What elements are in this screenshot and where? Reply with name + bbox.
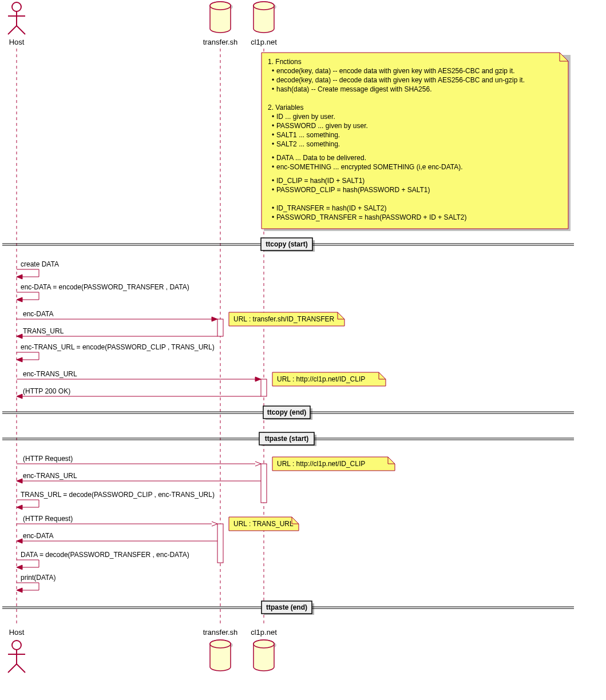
svg-point-82 <box>12 641 21 650</box>
msg-trans-url: TRANS_URL <box>23 327 64 335</box>
svg-text:URL : transfer.sh/ID_TRANSFER: URL : transfer.sh/ID_TRANSFER <box>233 315 335 323</box>
svg-marker-70 <box>17 505 22 510</box>
db-transfer-top: transfer.sh <box>203 2 238 46</box>
svg-marker-55 <box>17 394 22 399</box>
svg-point-88 <box>210 640 231 648</box>
svg-marker-43 <box>17 275 22 279</box>
svg-line-85 <box>8 664 17 673</box>
svg-point-0 <box>12 2 21 11</box>
svg-text:PASSWORD ... given by user.: PASSWORD ... given by user. <box>276 122 368 130</box>
svg-line-3 <box>8 26 17 34</box>
db-cl1p-bottom: cl1p.net <box>251 628 277 671</box>
svg-text:enc-SOMETHING ... encrypted SO: enc-SOMETHING ... encrypted SOMETHING (i… <box>276 163 463 171</box>
activation-transfer-2 <box>217 524 223 563</box>
cl1p-label-top: cl1p.net <box>251 38 277 46</box>
svg-text:•: • <box>272 76 274 84</box>
note-url-cl1p-1: URL : http://cl1p.net/ID_CLIP <box>272 372 386 386</box>
svg-text:ttpaste (end): ttpaste (end) <box>266 603 307 611</box>
svg-text:•: • <box>272 204 274 212</box>
transfer-label-bottom: transfer.sh <box>203 628 238 637</box>
activation-cl1p-2 <box>261 464 267 503</box>
svg-point-6 <box>210 2 231 10</box>
msg-transurl-decode: TRANS_URL = decode(PASSWORD_CLIP , enc-T… <box>21 491 215 499</box>
divider-ttcopy-end: ttcopy (end) <box>2 406 574 420</box>
cl1p-label-bottom: cl1p.net <box>251 628 277 637</box>
msg-http-req-1: (HTTP Request) <box>23 455 73 463</box>
svg-text:URL : http://cl1p.net/ID_CLIP: URL : http://cl1p.net/ID_CLIP <box>277 375 365 383</box>
note-url-cl1p-2: URL : http://cl1p.net/ID_CLIP <box>272 457 395 471</box>
note-url-trans: URL : TRANS_URL <box>229 517 299 531</box>
divider-ttpaste-end: ttpaste (end) <box>2 601 574 615</box>
host-label-top: Host <box>9 38 25 46</box>
svg-text:hash(data) -- Create message d: hash(data) -- Create message digest with… <box>276 85 431 93</box>
svg-point-8 <box>254 2 274 10</box>
svg-text:ID_CLIP = hash(ID + SALT1): ID_CLIP = hash(ID + SALT1) <box>276 177 365 185</box>
activation-cl1p-1 <box>261 379 267 396</box>
svg-text:2. Variables: 2. Variables <box>268 104 303 112</box>
svg-text:•: • <box>272 177 274 185</box>
svg-marker-52 <box>255 377 261 381</box>
msg-enc-transurl-ret: enc-TRANS_URL <box>23 472 77 480</box>
svg-marker-75 <box>17 565 22 570</box>
svg-text:ID_TRANSFER = hash(ID + SALT2): ID_TRANSFER = hash(ID + SALT2) <box>276 204 387 212</box>
msg-http-req-2: (HTTP Request) <box>23 515 73 523</box>
svg-text:•: • <box>272 140 274 148</box>
svg-text:ttpaste (start): ttpaste (start) <box>265 435 309 443</box>
svg-line-86 <box>17 664 25 673</box>
actor-host-top: Host <box>8 2 25 46</box>
sequence-diagram: Host transfer.sh cl1p.net 1. Fnctions •e… <box>0 0 606 700</box>
svg-text:decode(key, data) -- decode da: decode(key, data) -- decode data with gi… <box>276 76 525 84</box>
note-url-transfer: URL : transfer.sh/ID_TRANSFER <box>229 312 344 326</box>
svg-marker-50 <box>17 357 22 362</box>
svg-line-4 <box>17 26 25 34</box>
svg-text:SALT2 ... something.: SALT2 ... something. <box>276 140 340 148</box>
svg-text:•: • <box>272 131 274 139</box>
msg-enc-data-assign: enc-DATA = encode(PASSWORD_TRANSFER , DA… <box>21 283 189 291</box>
svg-text:ID ... given by user.: ID ... given by user. <box>276 113 335 121</box>
msg-enc-data: enc-DATA <box>23 310 54 318</box>
db-cl1p-top: cl1p.net <box>251 2 277 46</box>
msg-enc-transurl-assign: enc-TRANS_URL = encode(PASSWORD_CLIP , T… <box>21 343 215 351</box>
transfer-label-top: transfer.sh <box>203 38 238 46</box>
note-definitions: 1. Fnctions •encode(key, data) -- encode… <box>262 53 571 231</box>
svg-text:URL : TRANS_URL: URL : TRANS_URL <box>233 520 294 528</box>
svg-marker-46 <box>212 317 217 321</box>
svg-marker-49 <box>17 334 22 339</box>
actor-host-bottom: Host <box>8 628 25 673</box>
msg-enc-transurl: enc-TRANS_URL <box>23 370 77 378</box>
svg-marker-44 <box>17 297 22 302</box>
svg-marker-76 <box>17 588 22 592</box>
svg-text:•: • <box>272 113 274 121</box>
svg-text:•: • <box>272 154 274 162</box>
svg-marker-74 <box>17 539 22 543</box>
svg-text:encode(key, data) -- encode da: encode(key, data) -- encode data with gi… <box>276 67 515 75</box>
svg-text:PASSWORD_TRANSFER = hash(PASSW: PASSWORD_TRANSFER = hash(PASSWORD + ID +… <box>276 213 466 221</box>
svg-text:SALT1 ... something.: SALT1 ... something. <box>276 131 340 139</box>
msg-data-decode: DATA = decode(PASSWORD_TRANSFER , enc-DA… <box>21 551 189 559</box>
svg-text:ttcopy (end): ttcopy (end) <box>267 408 307 416</box>
svg-text:URL : http://cl1p.net/ID_CLIP: URL : http://cl1p.net/ID_CLIP <box>277 460 365 468</box>
svg-text:•: • <box>272 67 274 75</box>
svg-text:•: • <box>272 163 274 171</box>
svg-text:1. Fnctions: 1. Fnctions <box>268 58 302 66</box>
svg-text:•: • <box>272 85 274 93</box>
svg-text:PASSWORD_CLIP = hash(PASSWORD : PASSWORD_CLIP = hash(PASSWORD + SALT1) <box>276 186 430 194</box>
svg-text:DATA ... Data to be delivered.: DATA ... Data to be delivered. <box>276 154 366 162</box>
svg-point-90 <box>254 640 274 648</box>
msg-enc-data-ret: enc-DATA <box>23 532 54 540</box>
msg-create-data: create DATA <box>21 260 59 268</box>
divider-ttcopy-start: ttcopy (start) <box>2 238 574 252</box>
svg-text:ttcopy (start): ttcopy (start) <box>266 240 307 248</box>
activation-transfer-1 <box>217 319 223 336</box>
svg-text:•: • <box>272 213 274 221</box>
svg-text:•: • <box>272 122 274 130</box>
divider-ttpaste-start: ttpaste (start) <box>2 432 574 446</box>
db-transfer-bottom: transfer.sh <box>203 628 238 671</box>
svg-text:•: • <box>272 186 274 194</box>
host-label-bottom: Host <box>9 628 25 637</box>
msg-http-200: (HTTP 200 OK) <box>23 387 70 395</box>
msg-print-data: print(DATA) <box>21 574 56 582</box>
svg-marker-69 <box>17 479 22 483</box>
